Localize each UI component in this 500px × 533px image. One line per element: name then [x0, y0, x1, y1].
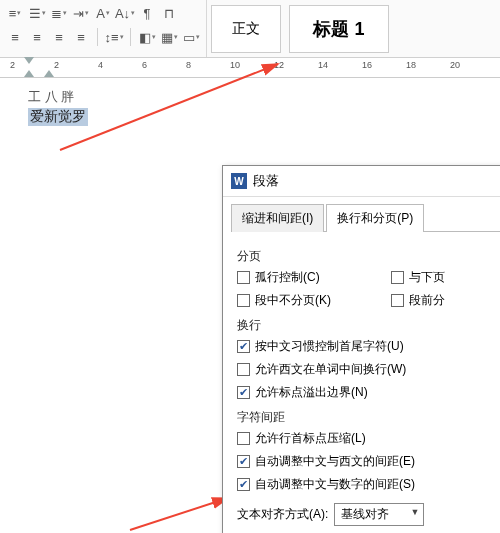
text-align-dropdown[interactable]: 基线对齐 [334, 503, 424, 526]
ruler-tick: 20 [450, 60, 460, 70]
doc-text-line: 工 八 胖 [28, 88, 500, 106]
align-left-icon[interactable]: ≡ [6, 28, 24, 46]
checkbox-hanging-punct[interactable]: ✔ 允许标点溢出边界(N) [237, 384, 500, 401]
layout-icon[interactable]: ▭ [182, 28, 200, 46]
shading-icon[interactable]: ◧ [138, 28, 156, 46]
checkbox-icon: ✔ [237, 455, 250, 468]
checkbox-icon: ✔ [237, 340, 250, 353]
word-app-icon: W [231, 173, 247, 189]
checkbox-icon [237, 432, 250, 445]
checkbox-latin-word-wrap[interactable]: 允许西文在单词中间换行(W) [237, 361, 500, 378]
ruler-tick: 2 [10, 60, 15, 70]
dialog-title: 段落 [253, 172, 279, 190]
svg-line-1 [130, 498, 228, 530]
checkbox-icon [237, 294, 250, 307]
numbering-icon[interactable]: ☰ [28, 4, 46, 22]
checkbox-cjk-number-spacing[interactable]: ✔ 自动调整中文与数字的间距(S) [237, 476, 500, 493]
checkbox-keep-with-next[interactable]: 与下页 [391, 269, 445, 286]
tab-line-page-breaks[interactable]: 换行和分页(P) [326, 204, 424, 232]
style-heading1[interactable]: 标题 1 [289, 5, 389, 53]
checkbox-label: 孤行控制(C) [255, 269, 320, 286]
bullets-icon[interactable]: ≡ [6, 4, 24, 22]
document-area[interactable]: 工 八 胖 爱新觉罗 [0, 78, 500, 126]
doc-selected-text: 爱新觉罗 [28, 108, 88, 126]
checkbox-label: 自动调整中文与数字的间距(S) [255, 476, 415, 493]
checkbox-label: 允许标点溢出边界(N) [255, 384, 368, 401]
ruler-tick: 16 [362, 60, 372, 70]
text-align-label: 文本对齐方式(A): [237, 506, 328, 523]
checkbox-label: 段中不分页(K) [255, 292, 331, 309]
indent-icon[interactable]: ⇥ [72, 4, 90, 22]
checkbox-label: 与下页 [409, 269, 445, 286]
checkbox-icon [391, 271, 404, 284]
group-pagination: 分页 [237, 248, 500, 265]
tab-stops-icon[interactable]: ⊓ [160, 4, 178, 22]
checkbox-label: 允许行首标点压缩(L) [255, 430, 366, 447]
dialog-tabs: 缩进和间距(I) 换行和分页(P) [231, 203, 500, 232]
text-effects-icon[interactable]: A [94, 4, 112, 22]
left-indent-marker[interactable] [44, 70, 54, 77]
ruler-tick: 8 [186, 60, 191, 70]
paragraph-dialog: W 段落 缩进和间距(I) 换行和分页(P) 分页 孤行控制(C) 段中不分页(… [222, 165, 500, 533]
ruler-tick: 12 [274, 60, 284, 70]
group-char-spacing: 字符间距 [237, 409, 500, 426]
styles-group: 正文 标题 1 [207, 0, 500, 57]
horizontal-ruler[interactable]: 2 2 4 6 8 10 12 14 16 18 20 [0, 58, 500, 78]
style-normal[interactable]: 正文 [211, 5, 281, 53]
first-line-indent-marker[interactable] [24, 57, 34, 64]
ruler-tick: 4 [98, 60, 103, 70]
group-wrap: 换行 [237, 317, 500, 334]
sort-icon[interactable]: A↓ [116, 4, 134, 22]
align-center-icon[interactable]: ≡ [28, 28, 46, 46]
checkbox-page-break-before[interactable]: 段前分 [391, 292, 445, 309]
dialog-titlebar[interactable]: W 段落 [223, 166, 500, 197]
tab-indent-spacing[interactable]: 缩进和间距(I) [231, 204, 324, 232]
checkbox-label: 按中文习惯控制首尾字符(U) [255, 338, 404, 355]
line-spacing-icon[interactable]: ↕≡ [105, 28, 123, 46]
ruler-tick: 14 [318, 60, 328, 70]
checkbox-icon: ✔ [237, 386, 250, 399]
checkbox-icon: ✔ [237, 478, 250, 491]
paragraph-group: ≡ ☰ ≣ ⇥ A A↓ ¶ ⊓ ≡ ≡ ≡ ≡ ↕≡ ◧ ▦ ▭ [0, 0, 207, 57]
dialog-body: 分页 孤行控制(C) 段中不分页(K) 与下页 段前分 [223, 232, 500, 533]
checkbox-cjk-line-break[interactable]: ✔ 按中文习惯控制首尾字符(U) [237, 338, 500, 355]
ruler-tick: 6 [142, 60, 147, 70]
checkbox-keep-lines[interactable]: 段中不分页(K) [237, 292, 331, 309]
borders-icon[interactable]: ▦ [160, 28, 178, 46]
ruler-tick: 18 [406, 60, 416, 70]
show-marks-icon[interactable]: ¶ [138, 4, 156, 22]
checkbox-icon [391, 294, 404, 307]
checkbox-icon [237, 271, 250, 284]
hanging-indent-marker[interactable] [24, 70, 34, 77]
checkbox-compress-punct[interactable]: 允许行首标点压缩(L) [237, 430, 500, 447]
ribbon-toolbar: ≡ ☰ ≣ ⇥ A A↓ ¶ ⊓ ≡ ≡ ≡ ≡ ↕≡ ◧ ▦ ▭ 正文 标题 … [0, 0, 500, 58]
align-justify-icon[interactable]: ≡ [72, 28, 90, 46]
checkbox-label: 自动调整中文与西文的间距(E) [255, 453, 415, 470]
multilevel-icon[interactable]: ≣ [50, 4, 68, 22]
checkbox-orphan-control[interactable]: 孤行控制(C) [237, 269, 331, 286]
checkbox-label: 段前分 [409, 292, 445, 309]
checkbox-label: 允许西文在单词中间换行(W) [255, 361, 406, 378]
align-right-icon[interactable]: ≡ [50, 28, 68, 46]
ruler-tick: 2 [54, 60, 59, 70]
checkbox-cjk-latin-spacing[interactable]: ✔ 自动调整中文与西文的间距(E) [237, 453, 500, 470]
ruler-tick: 10 [230, 60, 240, 70]
checkbox-icon [237, 363, 250, 376]
